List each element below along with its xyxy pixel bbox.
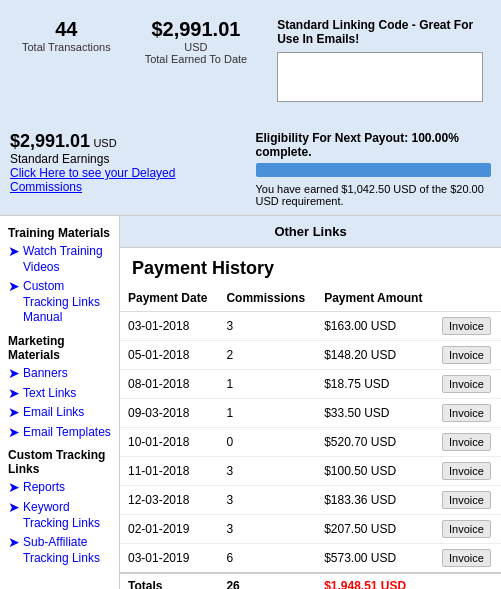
total-earned-amount: $2,991.01 — [145, 18, 248, 41]
linking-code-title: Standard Linking Code - Great For Use In… — [277, 18, 483, 46]
cell-commissions: 3 — [218, 312, 316, 341]
cell-commissions: 1 — [218, 370, 316, 399]
bullet-icon: ➤ — [8, 425, 20, 439]
sidebar-email-links-label: Email Links — [23, 405, 84, 421]
total-transactions-box: 44 Total Transactions — [10, 10, 123, 113]
payment-history-title: Payment History — [120, 248, 501, 285]
cell-invoice: Invoice — [434, 428, 501, 457]
cell-amount: $18.75 USD — [316, 370, 434, 399]
sidebar-item-custom-tracking-manual[interactable]: ➤ Custom Tracking Links Manual — [8, 279, 111, 326]
other-links-bar: Other Links — [120, 216, 501, 248]
col-commissions: Commissions — [218, 285, 316, 312]
sidebar-custom-title: Custom Tracking Links — [8, 448, 111, 476]
bullet-icon: ➤ — [8, 480, 20, 494]
invoice-button[interactable]: Invoice — [442, 520, 491, 538]
bullet-icon: ➤ — [8, 500, 20, 514]
bullet-icon: ➤ — [8, 386, 20, 400]
table-row: 09-03-2018 1 $33.50 USD Invoice — [120, 399, 501, 428]
invoice-button[interactable]: Invoice — [442, 346, 491, 364]
cell-invoice: Invoice — [434, 515, 501, 544]
delayed-commissions-link[interactable]: Click Here to see your Delayed Commissio… — [10, 166, 246, 194]
sidebar-item-banners[interactable]: ➤ Banners — [8, 366, 111, 382]
table-row: 10-01-2018 0 $520.70 USD Invoice — [120, 428, 501, 457]
payout-title: Eligibility For Next Payout: 100.00% com… — [256, 131, 492, 159]
sidebar-watch-training-label: Watch Training Videos — [23, 244, 111, 275]
sidebar-email-templates-label: Email Templates — [23, 425, 111, 441]
bullet-icon: ➤ — [8, 244, 20, 258]
cell-amount: $520.70 USD — [316, 428, 434, 457]
content-panel: Other Links Payment History Payment Date… — [120, 216, 501, 589]
linking-code-box: Standard Linking Code - Great For Use In… — [269, 10, 491, 113]
invoice-button[interactable]: Invoice — [442, 433, 491, 451]
standard-earnings-label: Standard Earnings — [10, 152, 246, 166]
cell-amount: $207.50 USD — [316, 515, 434, 544]
cell-invoice: Invoice — [434, 544, 501, 574]
table-row: 08-01-2018 1 $18.75 USD Invoice — [120, 370, 501, 399]
col-amount: Payment Amount — [316, 285, 434, 312]
cell-commissions: 0 — [218, 428, 316, 457]
linking-code-input[interactable] — [277, 52, 483, 102]
cell-date: 10-01-2018 — [120, 428, 218, 457]
sidebar: Training Materials ➤ Watch Training Vide… — [0, 216, 120, 589]
sidebar-item-text-links[interactable]: ➤ Text Links — [8, 386, 111, 402]
sidebar-item-reports[interactable]: ➤ Reports — [8, 480, 111, 496]
col-date: Payment Date — [120, 285, 218, 312]
payment-table: Payment Date Commissions Payment Amount … — [120, 285, 501, 589]
cell-commissions: 6 — [218, 544, 316, 574]
total-transactions-value: 44 — [22, 18, 111, 41]
cell-commissions: 1 — [218, 399, 316, 428]
sidebar-item-email-templates[interactable]: ➤ Email Templates — [8, 425, 111, 441]
cell-amount: $100.50 USD — [316, 457, 434, 486]
sidebar-item-sub-affiliate[interactable]: ➤ Sub-Affiliate Tracking Links — [8, 535, 111, 566]
table-row: 12-03-2018 3 $183.36 USD Invoice — [120, 486, 501, 515]
total-earned-currency: USD — [145, 41, 248, 53]
sidebar-keyword-tracking-label: Keyword Tracking Links — [23, 500, 111, 531]
sidebar-item-watch-training[interactable]: ➤ Watch Training Videos — [8, 244, 111, 275]
table-row: 03-01-2018 3 $163.00 USD Invoice — [120, 312, 501, 341]
invoice-button[interactable]: Invoice — [442, 491, 491, 509]
table-row: 02-01-2019 3 $207.50 USD Invoice — [120, 515, 501, 544]
cell-amount: $148.20 USD — [316, 341, 434, 370]
table-row: 11-01-2018 3 $100.50 USD Invoice — [120, 457, 501, 486]
main-content: Training Materials ➤ Watch Training Vide… — [0, 215, 501, 589]
totals-commissions: 26 — [218, 573, 316, 589]
cell-amount: $573.00 USD — [316, 544, 434, 574]
payout-note: You have earned $1,042.50 USD of the $20… — [256, 183, 492, 207]
cell-date: 05-01-2018 — [120, 341, 218, 370]
invoice-button[interactable]: Invoice — [442, 317, 491, 335]
progress-bar-container — [256, 163, 492, 177]
sidebar-item-email-links[interactable]: ➤ Email Links — [8, 405, 111, 421]
bullet-icon: ➤ — [8, 405, 20, 419]
cell-date: 03-01-2019 — [120, 544, 218, 574]
cell-invoice: Invoice — [434, 370, 501, 399]
sidebar-reports-label: Reports — [23, 480, 65, 496]
totals-row: Totals 26 $1,948.51 USD — [120, 573, 501, 589]
bullet-icon: ➤ — [8, 279, 20, 293]
cell-invoice: Invoice — [434, 312, 501, 341]
standard-earnings-box: $2,991.01 USD Standard Earnings Click He… — [10, 131, 246, 207]
standard-earnings-amount: $2,991.01 USD — [10, 131, 246, 152]
payout-box: Eligibility For Next Payout: 100.00% com… — [256, 131, 492, 207]
sidebar-text-links-label: Text Links — [23, 386, 76, 402]
sidebar-item-keyword-tracking[interactable]: ➤ Keyword Tracking Links — [8, 500, 111, 531]
cell-date: 08-01-2018 — [120, 370, 218, 399]
sidebar-marketing-title: Marketing Materials — [8, 334, 111, 362]
cell-amount: $33.50 USD — [316, 399, 434, 428]
totals-amount: $1,948.51 USD — [316, 573, 434, 589]
invoice-button[interactable]: Invoice — [442, 375, 491, 393]
cell-invoice: Invoice — [434, 486, 501, 515]
sidebar-banners-label: Banners — [23, 366, 68, 382]
cell-date: 11-01-2018 — [120, 457, 218, 486]
cell-amount: $163.00 USD — [316, 312, 434, 341]
invoice-button[interactable]: Invoice — [442, 404, 491, 422]
sidebar-custom-tracking-manual-label: Custom Tracking Links Manual — [23, 279, 111, 326]
table-row: 05-01-2018 2 $148.20 USD Invoice — [120, 341, 501, 370]
invoice-button[interactable]: Invoice — [442, 462, 491, 480]
cell-commissions: 3 — [218, 457, 316, 486]
cell-amount: $183.36 USD — [316, 486, 434, 515]
invoice-button[interactable]: Invoice — [442, 549, 491, 567]
bullet-icon: ➤ — [8, 535, 20, 549]
table-row: 03-01-2019 6 $573.00 USD Invoice — [120, 544, 501, 574]
cell-date: 12-03-2018 — [120, 486, 218, 515]
sidebar-sub-affiliate-label: Sub-Affiliate Tracking Links — [23, 535, 111, 566]
